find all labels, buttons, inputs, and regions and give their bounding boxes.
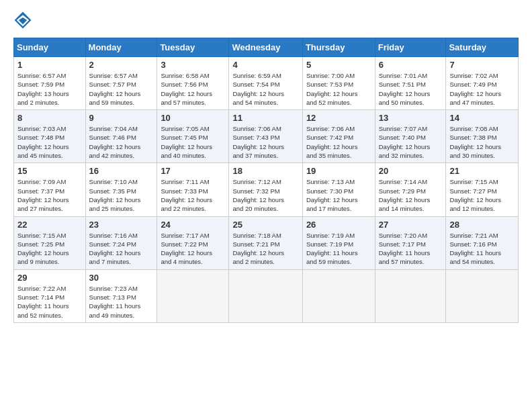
day-number: 12 <box>306 113 371 123</box>
table-row: 5Sunrise: 7:00 AMSunset: 7:53 PMDaylight… <box>302 57 375 110</box>
empty-cell <box>446 269 519 322</box>
day-info: Sunrise: 7:05 AMSunset: 7:45 PMDaylight:… <box>161 125 212 159</box>
day-info: Sunrise: 7:00 AMSunset: 7:53 PMDaylight:… <box>306 72 358 106</box>
day-info: Sunrise: 7:01 AMSunset: 7:51 PMDaylight:… <box>379 72 431 106</box>
table-row: 16Sunrise: 7:10 AMSunset: 7:35 PMDayligh… <box>85 163 157 216</box>
table-row: 19Sunrise: 7:13 AMSunset: 7:30 PMDayligh… <box>302 163 375 216</box>
day-info: Sunrise: 7:04 AMSunset: 7:46 PMDaylight:… <box>89 125 141 159</box>
day-number: 5 <box>306 60 371 70</box>
table-row: 4Sunrise: 6:59 AMSunset: 7:54 PMDaylight… <box>229 57 302 110</box>
day-number: 13 <box>379 113 443 123</box>
col-tuesday: Tuesday <box>157 38 229 57</box>
day-info: Sunrise: 7:17 AMSunset: 7:22 PMDaylight:… <box>161 232 212 266</box>
table-row: 28Sunrise: 7:21 AMSunset: 7:16 PMDayligh… <box>446 216 519 269</box>
table-row: 13Sunrise: 7:07 AMSunset: 7:40 PMDayligh… <box>375 110 446 163</box>
day-info: Sunrise: 7:15 AMSunset: 7:27 PMDaylight:… <box>449 178 501 212</box>
col-monday: Monday <box>85 38 157 57</box>
col-wednesday: Wednesday <box>229 38 302 57</box>
day-info: Sunrise: 7:03 AMSunset: 7:48 PMDaylight:… <box>17 125 69 159</box>
day-number: 30 <box>89 273 154 283</box>
day-info: Sunrise: 7:18 AMSunset: 7:21 PMDaylight:… <box>232 232 284 266</box>
logo-icon <box>13 11 32 30</box>
calendar-row: 1Sunrise: 6:57 AMSunset: 7:59 PMDaylight… <box>14 57 519 110</box>
table-row: 27Sunrise: 7:20 AMSunset: 7:17 PMDayligh… <box>375 216 446 269</box>
table-row: 3Sunrise: 6:58 AMSunset: 7:56 PMDaylight… <box>157 57 229 110</box>
table-row: 24Sunrise: 7:17 AMSunset: 7:22 PMDayligh… <box>157 216 229 269</box>
logo <box>13 11 35 30</box>
day-number: 2 <box>89 60 154 70</box>
table-row: 7Sunrise: 7:02 AMSunset: 7:49 PMDaylight… <box>446 57 519 110</box>
day-info: Sunrise: 7:11 AMSunset: 7:33 PMDaylight:… <box>161 178 212 212</box>
day-number: 15 <box>17 166 82 176</box>
empty-cell <box>229 269 302 322</box>
day-info: Sunrise: 7:20 AMSunset: 7:17 PMDaylight:… <box>379 232 431 266</box>
day-info: Sunrise: 7:09 AMSunset: 7:37 PMDaylight:… <box>17 178 69 212</box>
header <box>13 11 519 30</box>
col-sunday: Sunday <box>14 38 86 57</box>
day-info: Sunrise: 7:02 AMSunset: 7:49 PMDaylight:… <box>449 72 501 106</box>
day-info: Sunrise: 6:58 AMSunset: 7:56 PMDaylight:… <box>161 72 212 106</box>
day-info: Sunrise: 7:19 AMSunset: 7:19 PMDaylight:… <box>306 232 358 266</box>
table-row: 29Sunrise: 7:22 AMSunset: 7:14 PMDayligh… <box>14 269 86 322</box>
day-info: Sunrise: 7:07 AMSunset: 7:40 PMDaylight:… <box>379 125 431 159</box>
day-number: 9 <box>89 113 154 123</box>
day-info: Sunrise: 7:21 AMSunset: 7:16 PMDaylight:… <box>449 232 501 266</box>
day-number: 18 <box>232 166 298 176</box>
day-number: 22 <box>17 220 82 230</box>
col-saturday: Saturday <box>446 38 519 57</box>
day-number: 7 <box>449 60 515 70</box>
table-row: 22Sunrise: 7:15 AMSunset: 7:25 PMDayligh… <box>14 216 86 269</box>
day-info: Sunrise: 7:10 AMSunset: 7:35 PMDaylight:… <box>89 178 141 212</box>
table-row: 12Sunrise: 7:06 AMSunset: 7:42 PMDayligh… <box>302 110 375 163</box>
empty-cell <box>157 269 229 322</box>
table-row: 23Sunrise: 7:16 AMSunset: 7:24 PMDayligh… <box>85 216 157 269</box>
day-number: 26 <box>306 220 371 230</box>
table-row: 8Sunrise: 7:03 AMSunset: 7:48 PMDaylight… <box>14 110 86 163</box>
day-info: Sunrise: 7:06 AMSunset: 7:43 PMDaylight:… <box>232 125 284 159</box>
day-number: 3 <box>161 60 225 70</box>
calendar-row: 22Sunrise: 7:15 AMSunset: 7:25 PMDayligh… <box>14 216 519 269</box>
day-info: Sunrise: 7:22 AMSunset: 7:14 PMDaylight:… <box>17 285 69 319</box>
day-number: 29 <box>17 273 82 283</box>
day-number: 25 <box>232 220 298 230</box>
day-number: 14 <box>449 113 515 123</box>
calendar-row: 29Sunrise: 7:22 AMSunset: 7:14 PMDayligh… <box>14 269 519 322</box>
day-info: Sunrise: 6:57 AMSunset: 7:57 PMDaylight:… <box>89 72 141 106</box>
day-number: 27 <box>379 220 443 230</box>
day-info: Sunrise: 7:13 AMSunset: 7:30 PMDaylight:… <box>306 178 358 212</box>
day-number: 21 <box>449 166 515 176</box>
day-number: 16 <box>89 166 154 176</box>
table-row: 11Sunrise: 7:06 AMSunset: 7:43 PMDayligh… <box>229 110 302 163</box>
day-number: 20 <box>379 166 443 176</box>
day-number: 17 <box>161 166 225 176</box>
table-row: 14Sunrise: 7:08 AMSunset: 7:38 PMDayligh… <box>446 110 519 163</box>
day-number: 28 <box>449 220 515 230</box>
calendar-table: Sunday Monday Tuesday Wednesday Thursday… <box>13 38 519 323</box>
table-row: 10Sunrise: 7:05 AMSunset: 7:45 PMDayligh… <box>157 110 229 163</box>
day-number: 11 <box>232 113 298 123</box>
day-number: 8 <box>17 113 82 123</box>
table-row: 21Sunrise: 7:15 AMSunset: 7:27 PMDayligh… <box>446 163 519 216</box>
day-number: 23 <box>89 220 154 230</box>
table-row: 25Sunrise: 7:18 AMSunset: 7:21 PMDayligh… <box>229 216 302 269</box>
page: Sunday Monday Tuesday Wednesday Thursday… <box>0 0 532 411</box>
day-info: Sunrise: 7:12 AMSunset: 7:32 PMDaylight:… <box>232 178 284 212</box>
table-row: 26Sunrise: 7:19 AMSunset: 7:19 PMDayligh… <box>302 216 375 269</box>
table-row: 2Sunrise: 6:57 AMSunset: 7:57 PMDaylight… <box>85 57 157 110</box>
day-info: Sunrise: 6:57 AMSunset: 7:59 PMDaylight:… <box>17 72 69 106</box>
day-info: Sunrise: 7:16 AMSunset: 7:24 PMDaylight:… <box>89 232 141 266</box>
table-row: 1Sunrise: 6:57 AMSunset: 7:59 PMDaylight… <box>14 57 86 110</box>
day-number: 4 <box>232 60 298 70</box>
calendar-row: 15Sunrise: 7:09 AMSunset: 7:37 PMDayligh… <box>14 163 519 216</box>
calendar-row: 8Sunrise: 7:03 AMSunset: 7:48 PMDaylight… <box>14 110 519 163</box>
table-row: 9Sunrise: 7:04 AMSunset: 7:46 PMDaylight… <box>85 110 157 163</box>
empty-cell <box>375 269 446 322</box>
empty-cell <box>302 269 375 322</box>
calendar-header-row: Sunday Monday Tuesday Wednesday Thursday… <box>14 38 519 57</box>
table-row: 30Sunrise: 7:23 AMSunset: 7:13 PMDayligh… <box>85 269 157 322</box>
table-row: 18Sunrise: 7:12 AMSunset: 7:32 PMDayligh… <box>229 163 302 216</box>
table-row: 17Sunrise: 7:11 AMSunset: 7:33 PMDayligh… <box>157 163 229 216</box>
day-number: 6 <box>379 60 443 70</box>
day-info: Sunrise: 7:15 AMSunset: 7:25 PMDaylight:… <box>17 232 69 266</box>
table-row: 20Sunrise: 7:14 AMSunset: 7:29 PMDayligh… <box>375 163 446 216</box>
